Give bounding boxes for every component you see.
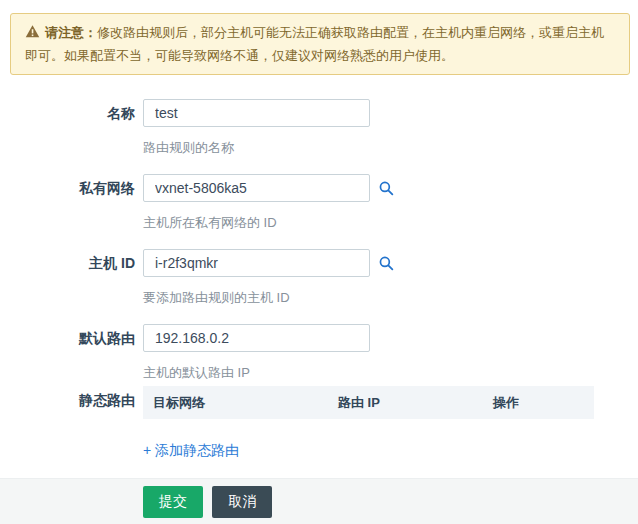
- static-routes-table: 目标网络 路由 IP 操作: [143, 386, 594, 419]
- instance-input[interactable]: [143, 249, 370, 277]
- column-header-destination: 目标网络: [143, 386, 328, 419]
- instance-helper: 要添加路由规则的主机 ID: [143, 290, 395, 305]
- form-row-vxnet: 私有网络 主机所在私有网络的 ID: [0, 174, 638, 230]
- route-rule-form: 名称 路由规则的名称 私有网络 主机所在私有网络的 ID 主机 ID 要添加路由…: [0, 99, 638, 460]
- cancel-button[interactable]: 取消: [212, 486, 272, 518]
- add-static-route-link[interactable]: + 添加静态路由: [143, 442, 239, 460]
- submit-button[interactable]: 提交: [143, 486, 203, 518]
- vxnet-input[interactable]: [143, 174, 370, 202]
- warning-banner: 请注意：修改路由规则后，部分主机可能无法正确获取路由配置，在主机内重启网络，或重…: [10, 13, 630, 75]
- instance-label: 主机 ID: [0, 249, 135, 305]
- form-action-bar: 提交 取消: [0, 478, 638, 524]
- form-row-instance: 主机 ID 要添加路由规则的主机 ID: [0, 249, 638, 305]
- vxnet-label: 私有网络: [0, 174, 135, 230]
- instance-search-button[interactable]: [377, 254, 395, 272]
- static-routes-label: 静态路由: [0, 386, 135, 460]
- banner-message: 修改路由规则后，部分主机可能无法正确获取路由配置，在主机内重启网络，或重启主机即…: [25, 25, 604, 63]
- form-row-static-routes: 静态路由 目标网络 路由 IP 操作 + 添加静态路由: [0, 386, 638, 460]
- default-route-label: 默认路由: [0, 324, 135, 380]
- name-label: 名称: [0, 99, 135, 155]
- default-route-helper: 主机的默认路由 IP: [143, 365, 370, 380]
- warning-icon: [25, 24, 40, 45]
- column-header-actions: 操作: [483, 386, 594, 419]
- name-helper: 路由规则的名称: [143, 140, 370, 155]
- search-icon: [378, 185, 395, 200]
- vxnet-search-button[interactable]: [377, 179, 395, 197]
- static-routes-header-row: 目标网络 路由 IP 操作: [143, 386, 594, 419]
- form-row-default-route: 默认路由 主机的默认路由 IP: [0, 324, 638, 380]
- vxnet-helper: 主机所在私有网络的 ID: [143, 215, 395, 230]
- default-route-input[interactable]: [143, 324, 370, 352]
- name-input[interactable]: [143, 99, 370, 127]
- form-row-name: 名称 路由规则的名称: [0, 99, 638, 155]
- column-header-route-ip: 路由 IP: [328, 386, 483, 419]
- banner-notice-label: 请注意：: [45, 25, 97, 40]
- search-icon: [378, 260, 395, 275]
